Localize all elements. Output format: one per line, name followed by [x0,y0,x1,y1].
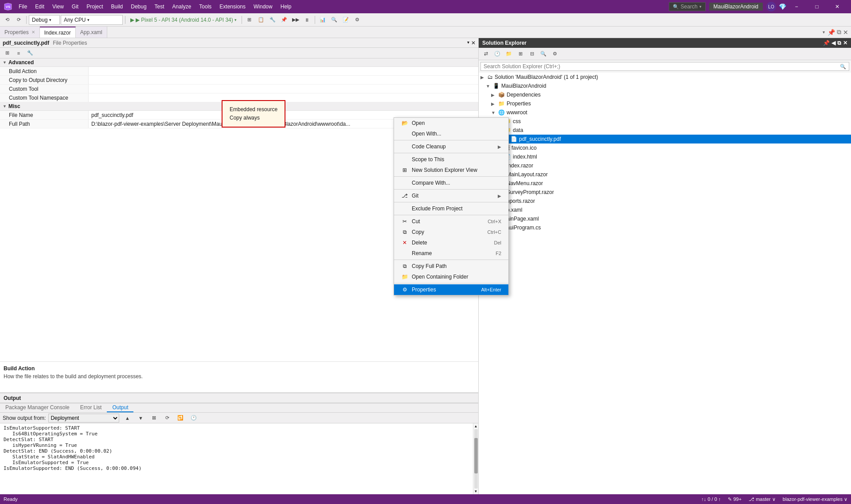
tab-properties[interactable]: Properties ✕ [0,27,40,38]
tree-index-razor[interactable]: 📄 Index.razor [479,161,851,170]
maximize-button[interactable]: □ [807,0,827,13]
menu-test[interactable]: Test [151,2,168,12]
output-btn-1[interactable]: ▲ [122,413,133,423]
se-btn-6[interactable]: 🔍 [538,49,549,59]
se-pin-icon[interactable]: 📌 [823,40,830,46]
toolbar-btn-1[interactable]: ⊞ [244,15,255,25]
panel-dropdown-icon[interactable]: ▾ [467,40,469,46]
se-btn-1[interactable]: ⇄ [480,49,491,59]
se-search-input[interactable] [484,63,840,70]
ctx-scope[interactable]: Scope to This [394,154,508,165]
menu-window[interactable]: Window [250,2,276,12]
toolbar-btn-2[interactable]: 📋 [256,15,266,25]
menu-project[interactable]: Project [83,2,106,12]
status-branch[interactable]: ⎇ master ∨ [749,496,776,502]
se-btn-2[interactable]: 🕐 [492,49,503,59]
tab-index-razor[interactable]: Index.razor [40,27,76,38]
menu-file[interactable]: File [15,2,31,12]
props-prop-btn[interactable]: 🔧 [25,48,35,58]
props-sort-btn[interactable]: ⊞ [2,48,12,58]
se-search-box[interactable]: 🔍 [480,62,849,71]
menu-extensions[interactable]: Extensions [216,2,249,12]
se-btn-5[interactable]: ⊟ [527,49,537,59]
toolbar-btn-5[interactable]: ▶▶ [290,15,301,25]
prop-copy-value[interactable] [89,76,478,84]
tree-solution[interactable]: ▶ 🗂 Solution 'MauiBlazorAndroid' (1 of 1… [479,73,851,81]
run-button[interactable]: ▶ ▶ Pixel 5 - API 34 (Android 14.0 - API… [128,16,239,24]
tree-wwwroot[interactable]: ▼ 🌐 wwwroot [479,108,851,117]
tree-pdf-file[interactable]: 📄 pdf_succinctly.pdf [479,135,851,143]
ctx-exclude[interactable]: Exclude From Project [394,203,508,214]
undo-button[interactable]: ⟲ [2,15,12,25]
tab-properties-close[interactable]: ✕ [31,30,35,35]
ctx-cut[interactable]: ✂ Cut Ctrl+X [394,216,508,227]
toolbar-btn-10[interactable]: ⚙ [352,15,363,25]
toolbar-btn-9[interactable]: 📝 [340,15,351,25]
tree-properties-folder[interactable]: ▶ 📁 Properties [479,99,851,108]
se-btn-4[interactable]: ⊞ [515,49,526,59]
toolbar-btn-6[interactable]: ⏸ [302,15,312,25]
close-icon[interactable]: ✕ [843,29,848,36]
tab-output[interactable]: Output [107,403,133,412]
tab-app-xaml[interactable]: App.xaml [76,27,107,38]
tree-data-folder[interactable]: ▼ 📁 data [479,126,851,135]
se-arrow-icon[interactable]: ◀ [831,40,835,46]
search-box[interactable]: 🔍 Search ▾ [669,2,706,11]
toolbar-btn-4[interactable]: 📌 [279,15,289,25]
debug-config-dropdown[interactable]: Debug▾ [29,15,60,25]
menu-view[interactable]: View [49,2,67,12]
menu-git[interactable]: Git [68,2,82,12]
output-btn-5[interactable]: 🔁 [175,413,186,423]
se-btn-7[interactable]: ⚙ [550,49,560,59]
float-icon[interactable]: ⧉ [837,28,841,36]
ctx-copy-full-path[interactable]: ⧉ Copy Full Path [394,261,508,271]
ctx-git[interactable]: ⎇ Git ▶ [394,190,508,201]
tree-imports[interactable]: 📄 nports.razor [479,197,851,205]
output-source-select[interactable]: Deployment [48,414,119,423]
output-btn-2[interactable]: ▼ [135,413,146,423]
ctx-open[interactable]: 📂 Open [394,118,508,128]
toolbar-btn-3[interactable]: 🔧 [267,15,278,25]
se-float-icon[interactable]: ⧉ [837,40,841,46]
tree-mainpage[interactable]: 📄 ainPage.xaml [479,214,851,223]
tree-favicon[interactable]: 🖼 favicon.ico [479,143,851,152]
panel-close-icon[interactable]: ✕ [471,40,476,46]
scroll-up-arrow[interactable]: ▲ [473,423,479,429]
tab-error-list[interactable]: Error List [75,403,107,412]
ctx-open-with[interactable]: Open With... [394,128,508,139]
output-btn-3[interactable]: ⊠ [148,413,159,423]
advanced-section-header[interactable]: Advanced [0,58,478,67]
se-close-icon[interactable]: ✕ [843,40,847,46]
output-btn-6[interactable]: 🕐 [188,413,199,423]
ctx-compare[interactable]: Compare With... [394,178,508,188]
tree-surveyprompt[interactable]: 📄 SurveyPrompt.razor [479,188,851,197]
pin-icon[interactable]: 📌 [828,29,835,36]
menu-help[interactable]: Help [277,2,295,12]
ctx-properties[interactable]: ⚙ Properties Alt+Enter [394,284,508,295]
output-scrollbar[interactable]: ▲ ▼ [473,423,478,494]
menu-analyze[interactable]: Analyze [169,2,195,12]
menu-edit[interactable]: Edit [31,2,48,12]
output-btn-4[interactable]: ⟳ [162,413,172,423]
toolbar-btn-7[interactable]: 📊 [317,15,328,25]
tree-navmenu[interactable]: 📄 NavMenu.razor [479,179,851,188]
tab-package-manager[interactable]: Package Manager Console [0,403,75,412]
prop-build-action-value[interactable] [89,67,478,75]
menu-tools[interactable]: Tools [195,2,215,12]
tree-project[interactable]: ▼ 📱 MauiBlazorAndroid [479,81,851,90]
toolbar-btn-8[interactable]: 🔍 [329,15,340,25]
tree-index-html[interactable]: 📄 index.html [479,152,851,161]
minimize-button[interactable]: − [786,0,807,13]
se-btn-3[interactable]: 📁 [504,49,514,59]
scroll-thumb[interactable] [474,438,478,473]
tree-app-xaml[interactable]: 📄 p.xaml [479,205,851,214]
tree-mainlayout[interactable]: 📄 MainLayout.razor [479,170,851,179]
scroll-down-arrow[interactable]: ▼ [473,488,479,494]
close-button[interactable]: ✕ [827,0,847,13]
ctx-open-containing-folder[interactable]: 📁 Open Containing Folder [394,271,508,282]
tree-css[interactable]: ▶ 📁 css [479,117,851,126]
tab-overflow-icon[interactable]: ▾ [823,30,825,35]
menu-debug[interactable]: Debug [127,2,150,12]
ctx-rename[interactable]: Rename F2 [394,248,508,259]
ctx-code-cleanup[interactable]: Code Cleanup ▶ [394,141,508,152]
